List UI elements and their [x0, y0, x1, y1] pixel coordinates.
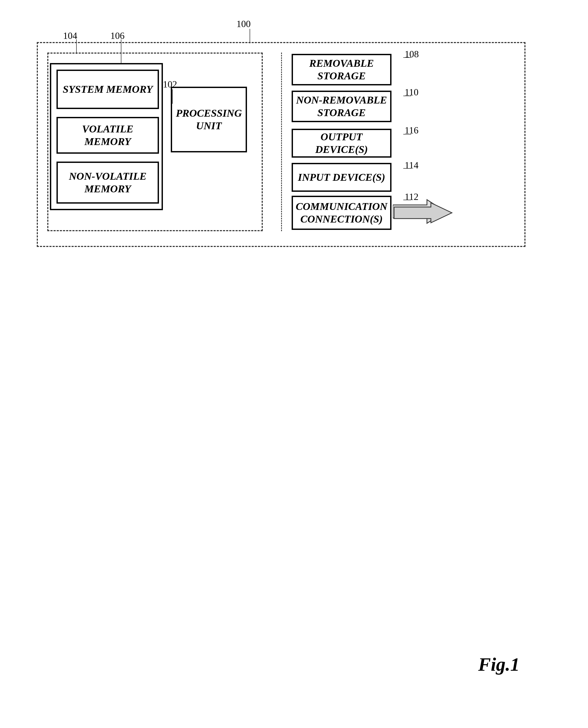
comm-arrow-svg [392, 202, 455, 223]
volatile-memory-box: VOLATILE MEMORY [57, 117, 159, 154]
system-memory-label: SYSTEM MEMORY [60, 80, 155, 98]
ref-106: 106 [110, 30, 125, 41]
system-memory-group-box: SYSTEM MEMORY VOLATILE MEMORY NON-VOLATI… [50, 63, 163, 210]
svg-marker-2 [394, 203, 452, 223]
processing-unit-box: PROCESSING UNIT [171, 87, 247, 152]
volatile-memory-label: VOLATILE MEMORY [58, 120, 158, 151]
non-removable-storage-label: NON-REMOVABLE STORAGE [293, 91, 390, 122]
removable-storage-label: REMOVABLE STORAGE [293, 55, 390, 85]
output-devices-box: OUTPUT DEVICE(S) [292, 129, 392, 158]
communication-connections-box: COMMUNICATION CONNECTION(S) [292, 196, 392, 230]
diagram-container: 100 104 106 SYSTEM MEMORY VOLATILE MEMOR… [21, 16, 546, 252]
input-devices-label: INPUT DEVICE(S) [295, 168, 388, 186]
removable-storage-box: REMOVABLE STORAGE [292, 54, 392, 85]
ref-108: 108 [405, 49, 419, 60]
system-memory-box: SYSTEM MEMORY [57, 70, 159, 109]
non-removable-storage-box: NON-REMOVABLE STORAGE [292, 91, 392, 122]
input-devices-box: INPUT DEVICE(S) [292, 163, 392, 192]
non-volatile-memory-label: NON-VOLATILE MEMORY [58, 167, 158, 198]
communication-connections-label: COMMUNICATION CONNECTION(S) [293, 197, 390, 228]
ref-114: 114 [405, 160, 419, 171]
output-devices-label: OUTPUT DEVICE(S) [293, 128, 390, 158]
processing-unit-label: PROCESSING UNIT [172, 104, 246, 135]
figure-label: Fig.1 [478, 654, 520, 676]
ref-104: 104 [63, 30, 77, 41]
non-volatile-memory-box: NON-VOLATILE MEMORY [57, 162, 159, 204]
ref-102: 102 [163, 79, 177, 90]
ref-100: 100 [236, 18, 251, 29]
